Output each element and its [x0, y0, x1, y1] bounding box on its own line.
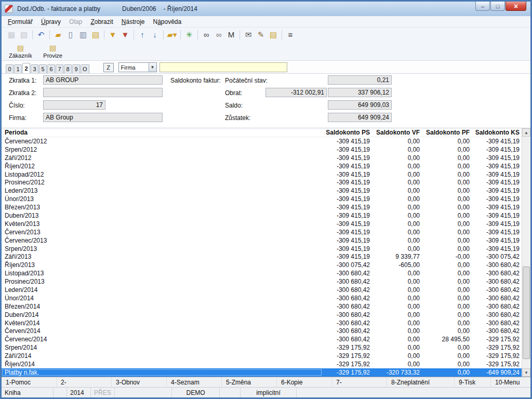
olap-icon[interactable]: ✳ [183, 29, 195, 41]
goto-record-icon[interactable]: M [225, 29, 237, 41]
column-header-saldokonto-pf[interactable]: Saldokonto PF [422, 129, 472, 136]
copy-icon[interactable]: ▥ [77, 29, 89, 41]
folder-dropdown-icon[interactable]: ▰▾ [166, 29, 178, 41]
vertical-scrollbar[interactable]: ▲ ▼ [522, 128, 530, 377]
firma-combobox[interactable]: Firma▼ [118, 62, 157, 72]
tab-9[interactable]: 9 [72, 64, 80, 73]
fkey-7[interactable]: 7- [332, 377, 387, 387]
fkey-8[interactable]: 8-Zneplatnění [387, 377, 455, 387]
column-header-saldokonto-ks[interactable]: Saldokonto KS [472, 129, 522, 136]
provize-button[interactable]: ▤Provize [39, 44, 66, 59]
saldo-field[interactable]: 649 909,03 [328, 100, 392, 110]
table-row[interactable]: Říjen/2014-329 175,920,000,00-329 175,92 [2, 360, 522, 368]
menu-zobrazit[interactable]: Zobrazit [86, 17, 117, 27]
table-row[interactable]: Květen/2013-309 415,190,000,00-309 415,1… [2, 220, 522, 228]
move-up-icon[interactable]: ↑ [137, 29, 148, 41]
table-row[interactable]: Září/2014-329 175,920,000,00-329 175,92 [2, 352, 522, 360]
fkey-6[interactable]: 6-Kopie [277, 377, 332, 387]
table-row[interactable]: Září/2013-309 415,199 339,77-0,00-300 07… [2, 252, 522, 261]
filter-cancel-icon[interactable]: ▼ [119, 29, 131, 41]
table-row[interactable]: Březen/2014-300 680,420,000,00-300 680,4… [2, 302, 522, 311]
tab-2[interactable]: 2 [22, 63, 30, 73]
search-icon[interactable]: ∞ [201, 29, 212, 41]
table-row[interactable]: Červenec/2012-309 415,190,000,00-309 415… [2, 137, 522, 145]
cislo-field[interactable]: 17 [43, 100, 105, 110]
fkey-1[interactable]: 1-Pomoc [2, 377, 57, 387]
scroll-up-icon[interactable]: ▲ [522, 128, 530, 137]
table-row[interactable]: Únor/2013-309 415,190,000,00-309 415,19 [2, 195, 522, 203]
table-row[interactable]: Březen/2013-309 415,190,000,00-309 415,1… [2, 203, 522, 211]
scrollbar-track[interactable] [522, 137, 530, 368]
scroll-down-icon[interactable]: ▼ [522, 368, 530, 377]
table-row[interactable]: Platby n.fak.-329 175,92-320 733,320,00-… [2, 368, 522, 377]
table-row[interactable]: Leden/2014-300 680,420,000,00-300 680,42 [2, 286, 522, 294]
tab-8[interactable]: 8 [64, 64, 72, 73]
table-row[interactable]: Červenec/2014-300 680,420,0028 495,50-32… [2, 335, 522, 343]
zakaznik-button[interactable]: ▤Zákazník [6, 44, 35, 59]
table-row[interactable]: Srpen/2012-309 415,190,000,00-309 415,19 [2, 145, 522, 154]
open-folder-icon[interactable]: ▰ [52, 29, 64, 41]
table-row[interactable]: Prosinec/2012-309 415,190,000,00-309 415… [2, 178, 522, 187]
tab-1[interactable]: 1 [14, 64, 22, 73]
table-row[interactable]: Listopad/2013-300 680,420,000,00-300 680… [2, 269, 522, 277]
filter-icon[interactable]: ▼ [107, 29, 118, 41]
menu-u-pravy[interactable]: Úpravy [37, 17, 65, 27]
tab-3[interactable]: 3 [31, 64, 38, 73]
obrat-field-1[interactable]: -312 002,91 [265, 88, 327, 97]
menu-formula-r[interactable]: Formulář [4, 17, 37, 27]
table-row[interactable]: Listopad/2012-309 415,190,000,00-309 415… [2, 170, 522, 179]
new-document-icon[interactable]: ▯ [65, 29, 76, 41]
table-row[interactable]: Květen/2014-300 680,420,000,00-300 680,4… [2, 319, 522, 327]
obrat-field-2[interactable]: 337 906,12 [328, 88, 392, 97]
table-row[interactable]: Říjen/2013-300 075,42-605,000,00-300 680… [2, 261, 522, 269]
move-down-icon[interactable]: ↓ [149, 29, 161, 41]
minimize-button[interactable]: – [475, 2, 490, 11]
tab-7[interactable]: 7 [56, 64, 63, 73]
table-row[interactable]: Září/2012-309 415,190,000,00-309 415,19 [2, 154, 522, 162]
undo-icon[interactable]: ↶ [35, 29, 47, 41]
title-bar[interactable]: Dod./Odb. - fakturace a platby Duben/200… [2, 2, 530, 16]
tab-0[interactable]: 0 [6, 64, 14, 73]
close-button[interactable]: × [506, 2, 526, 11]
table-row[interactable]: Říjen/2012-309 415,190,000,00-309 415,19 [2, 162, 522, 170]
firma-field[interactable]: AB Group [43, 113, 163, 122]
column-header-saldokonto-vf[interactable]: Saldokonto VF [372, 129, 422, 136]
search-input[interactable] [159, 62, 287, 72]
tab-O[interactable]: O [81, 64, 89, 73]
table-row[interactable]: Únor/2014-300 680,420,000,00-300 680,42 [2, 294, 522, 302]
zustatek-field[interactable]: 649 909,24 [328, 113, 392, 122]
zkratka2-field[interactable] [43, 88, 163, 97]
fkey-4[interactable]: 4-Seznam [167, 377, 222, 387]
tab-5[interactable]: 5 [39, 64, 47, 73]
fkey-2[interactable]: 2- [57, 377, 112, 387]
search-next-icon[interactable]: ∞ [213, 29, 224, 41]
tab-6[interactable]: 6 [47, 64, 55, 73]
column-header-saldokonto-ps[interactable]: Saldokonto PS [322, 129, 372, 136]
notes-icon[interactable]: ▤ [90, 29, 101, 41]
pocatecni-stav-field[interactable]: 0,21 [328, 75, 392, 85]
table-row[interactable]: Duben/2014-300 680,420,000,00-300 680,42 [2, 311, 522, 319]
mail-icon[interactable]: ✉ [243, 29, 254, 41]
zkratka1-field[interactable]: AB GROUP [43, 75, 163, 85]
table-row[interactable]: Červenec/2013-309 415,190,000,00-309 415… [2, 236, 522, 245]
column-header-perioda[interactable]: Perioda [2, 129, 322, 136]
menu-list-icon[interactable]: ≡ [285, 29, 296, 41]
z-button[interactable]: Z [103, 63, 114, 72]
menu-na-stroje[interactable]: Nástroje [117, 17, 149, 27]
fkey-3[interactable]: 3-Obnov [112, 377, 167, 387]
table-row[interactable]: Leden/2013-309 415,190,000,00-309 415,19 [2, 187, 522, 195]
table-row[interactable]: Červen/2013-309 415,190,000,00-309 415,1… [2, 228, 522, 236]
menu-na-pove-da[interactable]: Nápověda [149, 17, 185, 27]
maximize-button[interactable]: □ [490, 2, 505, 11]
fkey-5[interactable]: 5-Změna [222, 377, 277, 387]
table-row[interactable]: Duben/2013-309 415,190,000,00-309 415,19 [2, 211, 522, 220]
fkey-9[interactable]: 9-Tisk [455, 377, 491, 387]
edit-note-icon[interactable]: ✎ [255, 29, 267, 41]
scrollbar-thumb[interactable] [523, 267, 530, 359]
fkey-10[interactable]: 10-Menu [491, 377, 530, 387]
table-row[interactable]: Červen/2014-300 680,420,000,00-300 680,4… [2, 327, 522, 335]
table-row[interactable]: Prosinec/2013-300 680,420,000,00-300 680… [2, 277, 522, 286]
report-icon[interactable]: ▤ [268, 29, 279, 41]
table-row[interactable]: Srpen/2014-329 175,920,000,00-329 175,92 [2, 343, 522, 352]
table-row[interactable]: Srpen/2013-309 415,190,000,00-309 415,19 [2, 245, 522, 253]
